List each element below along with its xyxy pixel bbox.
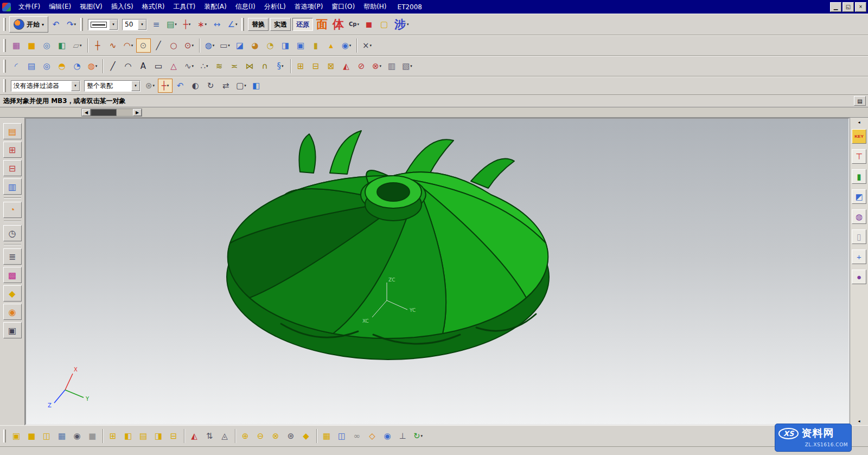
pin-tab[interactable]: ⊤ bbox=[852, 149, 866, 164]
chevron-down-icon[interactable]: ▾ bbox=[138, 20, 146, 30]
text-tool-icon[interactable]: A bbox=[136, 59, 151, 73]
redo-icon[interactable]: ↷▾ bbox=[64, 17, 79, 31]
minimize-button[interactable]: ▁ bbox=[830, 2, 841, 12]
menu-insert[interactable]: 插入(S) bbox=[107, 0, 138, 14]
circle-icon[interactable]: ○ bbox=[167, 39, 181, 53]
window-layout-icon[interactable]: ▦ bbox=[55, 429, 69, 443]
measure-distance-icon[interactable]: ↔ bbox=[210, 17, 225, 31]
sequence-navigator-button[interactable]: ⊟ bbox=[3, 160, 22, 176]
arrangements-icon[interactable]: ▦ bbox=[320, 429, 334, 443]
selection-filter-icon[interactable]: ⊛▾ bbox=[143, 79, 157, 93]
clipboard-icon[interactable]: ▥ bbox=[385, 59, 399, 73]
layer-category-icon[interactable]: ▤▾ bbox=[164, 17, 179, 31]
toolbar-grip[interactable] bbox=[3, 430, 6, 443]
constraint-navigator-button[interactable]: ⊞ bbox=[3, 142, 22, 158]
delete-constraint-icon[interactable]: ×▾ bbox=[360, 39, 374, 53]
palette-tab[interactable]: ◍ bbox=[852, 209, 866, 224]
intersect-icon[interactable]: ⊗ bbox=[269, 429, 283, 443]
block-icon[interactable]: ▣ bbox=[293, 39, 308, 53]
revolved-body-icon[interactable]: ◎ bbox=[40, 39, 54, 53]
revolve-icon[interactable]: ◕ bbox=[248, 39, 263, 53]
sphere-tab[interactable]: ● bbox=[852, 270, 866, 284]
pattern-component-icon[interactable]: ▤ bbox=[136, 429, 151, 443]
roles-button[interactable]: ◉ bbox=[3, 304, 22, 320]
wave-geometry-icon[interactable]: ⊛ bbox=[284, 429, 298, 443]
snapshot-icon[interactable]: ◉ bbox=[70, 429, 85, 443]
curve-cross-icon[interactable]: ┼ bbox=[91, 39, 105, 53]
horizontal-scrollbar[interactable]: ◀ ▶ bbox=[81, 108, 142, 117]
scroll-left-icon[interactable]: ◀ bbox=[82, 109, 91, 116]
swept-surface-icon[interactable]: ◔ bbox=[70, 59, 85, 73]
wcs-dynamics-icon[interactable]: Cp▾ bbox=[347, 17, 361, 31]
n-sided-surface-icon[interactable]: ◍▾ bbox=[85, 59, 100, 73]
menu-format[interactable]: 格式(R) bbox=[138, 0, 169, 14]
bridge-curve-icon[interactable]: ◠▾ bbox=[121, 39, 136, 53]
add-existing-component-icon[interactable]: ⊞ bbox=[293, 59, 308, 73]
restore-display-button[interactable]: 还原 bbox=[292, 18, 313, 31]
display-part-icon[interactable]: ◫ bbox=[40, 429, 54, 443]
selection-filter-combo[interactable]: 没有选择过滤器 ▾ bbox=[11, 80, 80, 92]
layer-settings-icon[interactable]: ≡ bbox=[149, 17, 164, 31]
open-part-icon[interactable]: ■ bbox=[24, 429, 39, 443]
key-tab[interactable]: KEY bbox=[852, 129, 866, 144]
menu-file[interactable]: 文件(F) bbox=[14, 0, 44, 14]
mirror-component-icon[interactable]: ◭ bbox=[339, 59, 354, 73]
emboss-body-icon[interactable]: ◓ bbox=[55, 59, 69, 73]
menu-edit[interactable]: 编辑(E) bbox=[44, 0, 75, 14]
mirror-assembly-icon[interactable]: ◭ bbox=[187, 429, 202, 443]
helix-icon[interactable]: §▾ bbox=[273, 59, 288, 73]
component-array-icon[interactable]: ⊠ bbox=[324, 59, 339, 73]
snap-toggle-icon[interactable]: ┼▾ bbox=[158, 79, 173, 93]
pan-tool-icon[interactable]: ⇄ bbox=[219, 79, 233, 93]
spline-icon[interactable]: ∿ bbox=[106, 39, 120, 53]
cup-tab[interactable]: ▯ bbox=[852, 229, 866, 244]
new-part-icon[interactable]: ▣ bbox=[9, 429, 24, 443]
line-icon[interactable]: ╱ bbox=[151, 39, 166, 53]
trim-sheet-icon[interactable]: ◨ bbox=[278, 39, 293, 53]
point-set-icon[interactable]: ∴▾ bbox=[197, 59, 212, 73]
subtract-icon[interactable]: ⊖ bbox=[253, 429, 268, 443]
selection-scope-combo[interactable]: 整个装配 ▾ bbox=[84, 80, 141, 92]
polygon-tool-icon[interactable]: △ bbox=[167, 59, 181, 73]
constraint-icon[interactable]: ⊥ bbox=[395, 429, 410, 443]
orient-view-icon[interactable]: ↶ bbox=[173, 79, 188, 93]
menu-view[interactable]: 视图(V) bbox=[75, 0, 107, 14]
tools-button[interactable]: ◆ bbox=[3, 285, 22, 302]
information-button[interactable]: ≣ bbox=[3, 248, 22, 265]
paste-special-icon[interactable]: ▧▾ bbox=[400, 59, 414, 73]
arc-tool-icon[interactable]: ◠ bbox=[121, 59, 136, 73]
cylinder-icon[interactable]: ▮ bbox=[309, 39, 323, 53]
line-tool-icon[interactable]: ╱ bbox=[106, 59, 120, 73]
section-curve-icon[interactable]: ∩ bbox=[258, 59, 272, 73]
assembly-navigator-button[interactable]: ▤ bbox=[3, 123, 22, 139]
mesh-surface-icon[interactable]: ▤ bbox=[24, 59, 39, 73]
plus-tab[interactable]: + bbox=[852, 249, 866, 264]
rotate-tool-icon[interactable]: ↻ bbox=[203, 79, 218, 93]
measure-angle-icon[interactable]: ∠▾ bbox=[225, 17, 240, 31]
intersection-curve-icon[interactable]: ⋈ bbox=[242, 59, 257, 73]
exploded-view-icon[interactable]: ◬ bbox=[218, 429, 232, 443]
trimetric-view-icon[interactable]: ◧ bbox=[249, 79, 264, 93]
create-new-component-icon[interactable]: ⊟ bbox=[309, 59, 323, 73]
resource-bar-collapse-icon[interactable]: ◂ bbox=[856, 119, 863, 125]
visualization-button[interactable]: ▩ bbox=[3, 267, 22, 283]
info-icon[interactable]: ◉ bbox=[380, 429, 395, 443]
chevron-down-icon[interactable]: ▾ bbox=[71, 81, 80, 91]
update-icon[interactable]: ↻▾ bbox=[411, 429, 425, 443]
menu-analysis[interactable]: 分析(L) bbox=[260, 0, 290, 14]
cone-icon[interactable]: ▴ bbox=[324, 39, 339, 53]
scrollbar-thumb[interactable] bbox=[91, 109, 117, 116]
toolbar-grip[interactable] bbox=[241, 18, 244, 31]
close-button[interactable]: × bbox=[855, 2, 866, 12]
clearance-check-icon[interactable]: ◇ bbox=[365, 429, 380, 443]
toolbar-grip[interactable] bbox=[80, 18, 83, 31]
prompt-bar-button[interactable]: ▤ bbox=[854, 96, 866, 106]
interpart-link-icon[interactable]: ◆ bbox=[299, 429, 314, 443]
orange-cube-icon[interactable]: ■ bbox=[24, 39, 39, 53]
sweep-icon[interactable]: ◔ bbox=[263, 39, 278, 53]
reference-set-icon[interactable]: ◫ bbox=[335, 429, 349, 443]
history-button[interactable]: ◷ bbox=[3, 225, 22, 241]
datum-plane-icon[interactable]: ▱▾ bbox=[70, 39, 85, 53]
menu-window[interactable]: 窗口(O) bbox=[327, 0, 359, 14]
sequence-icon[interactable]: ⇅ bbox=[202, 429, 217, 443]
